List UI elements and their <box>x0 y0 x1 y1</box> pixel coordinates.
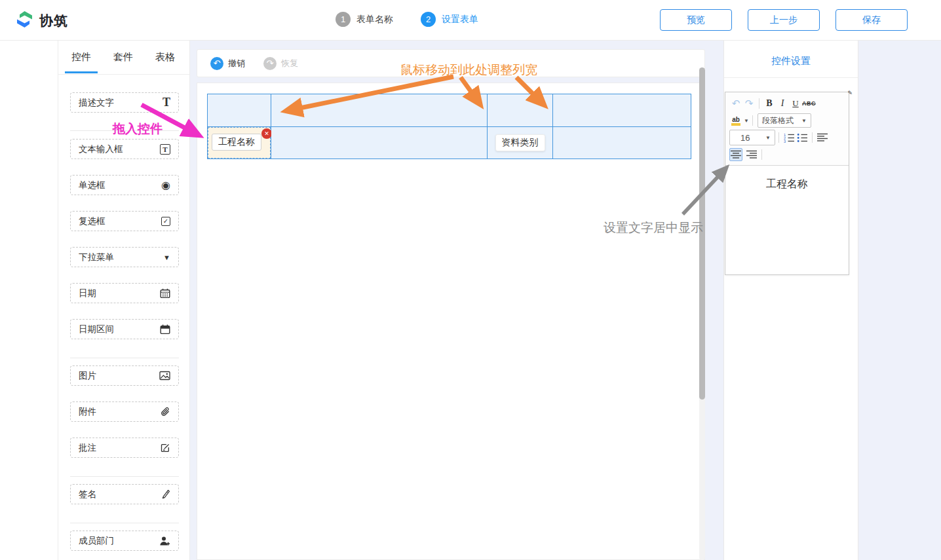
editor-undo-icon[interactable]: ↶ <box>729 97 742 110</box>
ordered-list-button[interactable]: 1 2 3 <box>782 131 796 144</box>
save-button[interactable]: 保存 <box>835 9 908 31</box>
svg-text:3: 3 <box>784 140 786 143</box>
widget-text-input[interactable]: 文本输入框 T <box>70 139 179 159</box>
toolbar-separator <box>752 115 753 126</box>
attachment-icon <box>160 407 170 417</box>
step-form-setup: 2 设置表单 <box>421 12 478 27</box>
tab-kits[interactable]: 套件 <box>112 42 134 73</box>
align-center-button[interactable] <box>729 148 742 161</box>
form-builder-app: 协筑 1 表单名称 2 设置表单 预览 上一步 保存 控件 套件 表格 描述文字 <box>0 0 941 560</box>
table-cell-r1c4[interactable] <box>553 94 691 126</box>
step-1-circle: 1 <box>336 12 351 27</box>
sidebar-tabbar: 控件 套件 表格 <box>58 41 189 75</box>
widget-dropdown[interactable]: 下拉菜单 ▼ <box>70 247 179 267</box>
paragraph-format-value: 段落格式 <box>762 115 794 126</box>
image-icon <box>159 371 170 381</box>
caret-down-icon: ▼ <box>765 135 771 141</box>
step-form-name: 1 表单名称 <box>336 12 393 27</box>
paragraph-format-select[interactable]: 段落格式 ▼ <box>758 113 811 128</box>
logo-text: 协筑 <box>39 12 68 30</box>
caret-down-icon[interactable]: ▼ <box>744 118 749 124</box>
widget-attachment[interactable]: 附件 <box>70 401 179 422</box>
caret-down-icon: ▼ <box>801 118 807 124</box>
widget-sidebar: 控件 套件 表格 描述文字 T 文本输入框 T 单选框 ◉ 复选框 ✓ 下拉菜单… <box>58 41 190 560</box>
widget-date[interactable]: 日期 <box>70 283 179 303</box>
step-2-circle: 2 <box>421 12 436 27</box>
member-add-icon <box>159 536 170 546</box>
field-chip-material-type[interactable]: 资料类别 <box>495 134 545 151</box>
widget-label: 附件 <box>79 406 96 418</box>
toolbar-separator <box>778 132 779 143</box>
redo-label: 恢复 <box>281 58 298 69</box>
hint-drag-widget: 拖入控件 <box>113 121 163 138</box>
logo-icon <box>16 10 33 31</box>
widget-image[interactable]: 图片 <box>70 365 179 386</box>
panel-divider <box>724 77 858 78</box>
text-icon: T <box>163 96 170 109</box>
form-table: 工程名称 ✕ 资料类别 <box>207 94 691 159</box>
preview-button[interactable]: 预览 <box>660 9 732 31</box>
underline-button[interactable]: U <box>789 97 802 110</box>
right-background <box>858 41 941 560</box>
table-cell-r1c2[interactable] <box>271 94 487 126</box>
widget-signature[interactable]: 签名 <box>70 484 179 504</box>
widget-checkbox[interactable]: 复选框 ✓ <box>70 211 179 231</box>
panel-title: 控件设置 <box>724 41 858 67</box>
align-right-button[interactable] <box>745 148 758 161</box>
table-cell-r2c3[interactable]: 资料类别 <box>488 127 552 159</box>
widget-label: 批注 <box>79 442 96 454</box>
editor-redo-icon[interactable]: ↷ <box>742 97 756 110</box>
italic-button[interactable]: I <box>776 97 789 110</box>
widget-label: 复选框 <box>79 215 106 227</box>
rich-text-editor: ↶ ↷ B I U ABC ab ✎ ▼ 段落格式 ▼ <box>725 92 849 275</box>
bullet-list-button[interactable] <box>796 131 809 144</box>
table-cell-r2c4[interactable] <box>553 127 691 159</box>
table-cell-r1c3[interactable] <box>488 94 552 126</box>
tab-tables[interactable]: 表格 <box>154 42 176 73</box>
step-1-label: 表单名称 <box>356 14 393 26</box>
date-icon <box>160 288 170 299</box>
widget-date-range[interactable]: 日期区间 <box>70 319 179 339</box>
editor-content[interactable]: 工程名称 <box>725 166 849 191</box>
toolbar-separator <box>761 149 762 160</box>
tab-widgets[interactable]: 控件 <box>70 42 92 73</box>
widget-radio[interactable]: 单选框 ◉ <box>70 175 179 195</box>
text-input-icon: T <box>160 144 170 155</box>
widget-label: 图片 <box>79 370 96 382</box>
font-size-select[interactable]: 16 ▼ <box>729 130 775 145</box>
widget-label: 日期 <box>79 288 96 299</box>
table-cell-r1c1[interactable] <box>208 94 271 126</box>
pencil-icon: ✎ <box>847 90 853 96</box>
checkbox-icon: ✓ <box>161 217 170 226</box>
header-actions: 预览 上一步 保存 <box>660 9 908 31</box>
strikethrough-button[interactable]: ABC <box>802 97 816 110</box>
step-2-label: 设置表单 <box>442 14 478 26</box>
toolbar-separator <box>812 132 813 143</box>
date-range-icon <box>160 324 170 335</box>
widget-desc-text[interactable]: 描述文字 T <box>70 92 179 113</box>
widget-member-dept[interactable]: 成员部门 <box>70 531 179 551</box>
widget-label: 文本输入框 <box>79 143 123 155</box>
hint-center-text: 设置文字居中显示 <box>604 219 703 236</box>
sidebar-divider <box>70 358 179 358</box>
step-indicator: 1 表单名称 2 设置表单 <box>336 12 478 27</box>
redo-button[interactable]: ↷ 恢复 <box>263 57 298 70</box>
prev-step-button[interactable]: 上一步 <box>748 9 820 31</box>
app-logo: 协筑 <box>16 10 68 31</box>
bold-button[interactable]: B <box>763 97 776 110</box>
hint-resize-columns: 鼠标移动到此处调整列宽 <box>400 62 537 79</box>
toolbar-separator <box>759 98 759 109</box>
signature-icon <box>161 489 170 500</box>
highlight-icon: ab <box>731 116 740 126</box>
undo-label: 撤销 <box>228 58 245 69</box>
undo-button[interactable]: ↶ 撤销 <box>210 57 245 70</box>
align-left-button[interactable] <box>816 131 829 144</box>
radio-icon: ◉ <box>161 179 170 191</box>
widget-label: 下拉菜单 <box>79 252 114 263</box>
table-cell-r2c1-drop-target[interactable]: 工程名称 ✕ <box>208 127 271 159</box>
remove-field-icon[interactable]: ✕ <box>261 128 272 139</box>
widget-annotation[interactable]: 批注 <box>70 438 179 458</box>
field-chip-project-name[interactable]: 工程名称 <box>212 134 261 151</box>
highlight-color-button[interactable]: ab ✎ <box>729 114 742 127</box>
table-cell-r2c2[interactable] <box>271 127 487 159</box>
